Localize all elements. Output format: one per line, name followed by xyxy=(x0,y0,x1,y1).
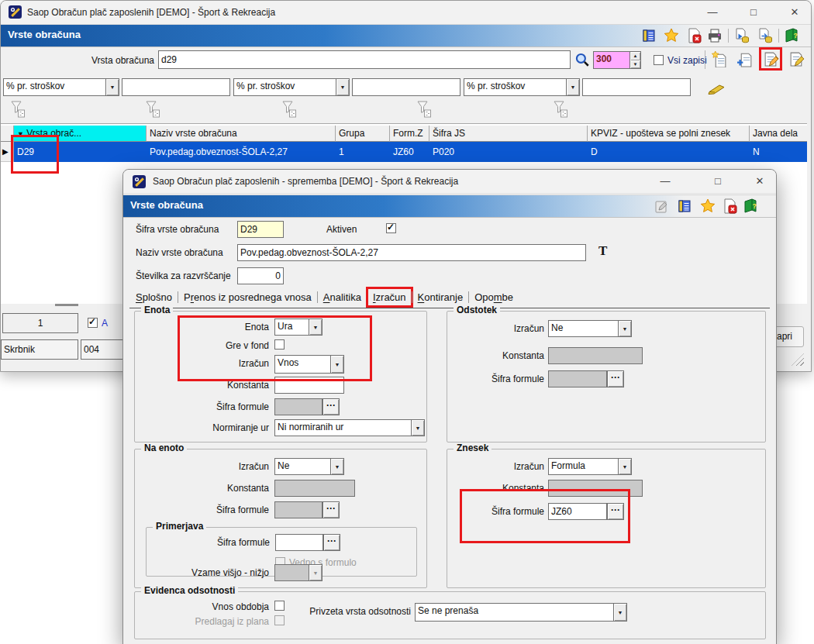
favorites-star-icon[interactable] xyxy=(662,26,681,45)
enota-izracun-select[interactable]: Vnos xyxy=(274,355,344,374)
chevron-down-icon[interactable] xyxy=(330,356,343,373)
filter-field-select-2[interactable]: % pr. stroškov xyxy=(233,78,350,96)
group-na-enoto: Na enoto Izračun Ne Konstanta Šifra form… xyxy=(134,449,427,588)
tab-analitika[interactable]: Analitika xyxy=(319,289,366,305)
help-book-icon[interactable]: ? xyxy=(741,197,760,215)
filter-value-input-1[interactable] xyxy=(122,78,230,96)
grid-header-grupa[interactable]: Grupa xyxy=(336,126,390,142)
stevilka-field[interactable]: 0 xyxy=(237,267,284,284)
delete-record-icon[interactable] xyxy=(685,26,703,45)
search-input[interactable]: d29 xyxy=(158,50,571,69)
tab-kontiranje[interactable]: Kontiranje xyxy=(413,289,468,305)
znesek-formula-label: Šifra formule xyxy=(463,506,544,517)
fond-checkbox[interactable] xyxy=(274,339,285,350)
enota-konstanta-field[interactable] xyxy=(274,377,344,394)
print-icon[interactable] xyxy=(705,26,724,45)
naenoto-konstanta-field xyxy=(274,480,355,497)
active-filter-checkbox[interactable] xyxy=(88,318,98,328)
filter-funnel-icon[interactable] xyxy=(143,100,162,119)
insert-record-icon[interactable] xyxy=(710,50,729,68)
tab-opombe[interactable]: Opombe xyxy=(470,289,518,305)
normiranje-select[interactable]: Ni normiranih ur xyxy=(274,419,425,436)
tab-underline xyxy=(129,308,770,308)
filter-field-select-1[interactable]: % pr. stroškov xyxy=(3,78,119,96)
privzeta-select[interactable]: Se ne prenaša xyxy=(415,603,627,622)
chevron-down-icon[interactable] xyxy=(618,321,631,336)
vzame-select xyxy=(274,564,322,581)
search-label: Vrsta obračuna xyxy=(74,55,154,66)
dialog-close-button[interactable]: ✕ xyxy=(748,173,771,190)
ledger-icon[interactable] xyxy=(640,26,658,45)
filter-value-input-3[interactable] xyxy=(582,78,691,96)
favorites-star-icon[interactable] xyxy=(698,197,717,215)
filter-funnel-icon[interactable] xyxy=(415,100,433,119)
znesek-formula-field[interactable]: JZ60 xyxy=(548,503,607,520)
sifra-field[interactable]: D29 xyxy=(237,221,284,238)
filter-funnel-icon[interactable] xyxy=(9,100,27,119)
main-window-title: Saop Obračun plač zaposlenih [DEMO] - Šp… xyxy=(27,7,275,18)
naenoto-izracun-select[interactable]: Ne xyxy=(274,458,344,475)
font-format-icon[interactable]: T xyxy=(598,243,607,259)
znesek-izracun-select[interactable]: Formula xyxy=(548,458,632,475)
delete-record-icon[interactable] xyxy=(720,197,739,215)
dialog-caption-title: Vrste obračuna xyxy=(130,199,203,211)
search-icon[interactable] xyxy=(573,50,592,69)
grid-header-formz[interactable]: Form.Z xyxy=(390,126,429,142)
all-records-checkbox[interactable] xyxy=(654,55,664,65)
filter-funnel-icon[interactable] xyxy=(280,100,298,119)
grid-header-naziv[interactable]: Naziv vrste obračuna xyxy=(147,126,336,142)
record-count-spinner[interactable]: 300 xyxy=(593,51,641,69)
maximize-button[interactable]: □ xyxy=(742,4,765,21)
spinner-buttons[interactable] xyxy=(629,52,640,68)
odstotek-formula-lookup-button[interactable]: ··· xyxy=(607,370,624,387)
naenoto-formula-lookup-button[interactable]: ··· xyxy=(322,501,340,518)
tab-splosno[interactable]: Splošno xyxy=(131,289,177,305)
enota-select[interactable]: Ura xyxy=(274,319,322,336)
splitter-handle[interactable] xyxy=(55,304,78,306)
naziv-field[interactable]: Pov.pedag.obveznost-ŠOLA-2,27 xyxy=(237,244,586,261)
dialog-minimize-button[interactable]: — xyxy=(654,173,677,190)
enota-formula-lookup-button[interactable]: ··· xyxy=(322,398,340,415)
clear-filter-pencil-icon[interactable] xyxy=(708,79,726,98)
primerjava-formula-field[interactable] xyxy=(275,534,323,551)
aktiven-checkbox[interactable] xyxy=(386,223,396,233)
edit-grid-icon[interactable] xyxy=(787,50,805,68)
chevron-down-icon[interactable] xyxy=(618,459,631,474)
export-data-alt-icon[interactable] xyxy=(756,26,774,45)
filter-value-input-2[interactable] xyxy=(352,78,460,96)
table-row[interactable]: ▶ D29 Pov.pedag.obveznost-ŠOLA-2,27 1 JZ… xyxy=(1,142,807,162)
grid-header-sifrajs[interactable]: Šifra JS xyxy=(429,126,588,142)
resize-grip[interactable] xyxy=(792,353,804,366)
tab-prenos[interactable]: Prenos iz posrednega vnosa xyxy=(179,289,316,305)
chevron-down-icon[interactable] xyxy=(411,420,424,436)
chevron-down-icon[interactable] xyxy=(613,604,626,621)
filter-field-value-3: % pr. stroškov xyxy=(464,79,566,95)
chevron-down-icon[interactable] xyxy=(566,79,579,95)
vnos-obdobja-checkbox[interactable] xyxy=(274,601,285,611)
chevron-down-icon[interactable] xyxy=(309,319,322,335)
chevron-down-icon[interactable] xyxy=(336,79,349,95)
filter-funnel-icon[interactable] xyxy=(551,100,570,119)
dialog-maximize-button[interactable]: □ xyxy=(706,173,729,190)
chevron-down-icon[interactable] xyxy=(105,79,119,95)
filter-field-select-3[interactable]: % pr. stroškov xyxy=(464,78,580,96)
grid-header-kpviz[interactable]: KPVIZ - upošteva se polni znesek xyxy=(588,126,750,142)
naziv-label: Naziv vrste obračuna xyxy=(136,247,223,258)
primerjava-formula-lookup-button[interactable]: ··· xyxy=(323,534,340,551)
edit-record-icon[interactable] xyxy=(761,50,780,68)
close-button[interactable]: ✕ xyxy=(783,4,806,21)
ledger-icon[interactable] xyxy=(675,197,694,215)
grid-header-javna[interactable]: Javna dela xyxy=(750,126,807,142)
svg-text:?: ? xyxy=(794,32,798,40)
grid-header-vrsta[interactable]: ▼ Vrsta obrač... xyxy=(14,126,147,142)
odstotek-izracun-select[interactable]: Ne xyxy=(548,320,632,337)
help-book-icon[interactable]: ? xyxy=(782,26,801,45)
chevron-down-icon[interactable] xyxy=(330,459,343,474)
minimize-button[interactable]: — xyxy=(701,4,724,21)
znesek-formula-lookup-button[interactable]: ··· xyxy=(607,503,624,520)
group-evidenca: Evidenca odsotnosti Vnos obdobja Predlag… xyxy=(134,591,766,639)
export-data-icon[interactable] xyxy=(733,26,751,45)
cell-javna: N xyxy=(750,142,807,162)
copy-record-icon[interactable] xyxy=(736,50,754,68)
tab-izracun[interactable]: Izračun xyxy=(368,289,411,305)
